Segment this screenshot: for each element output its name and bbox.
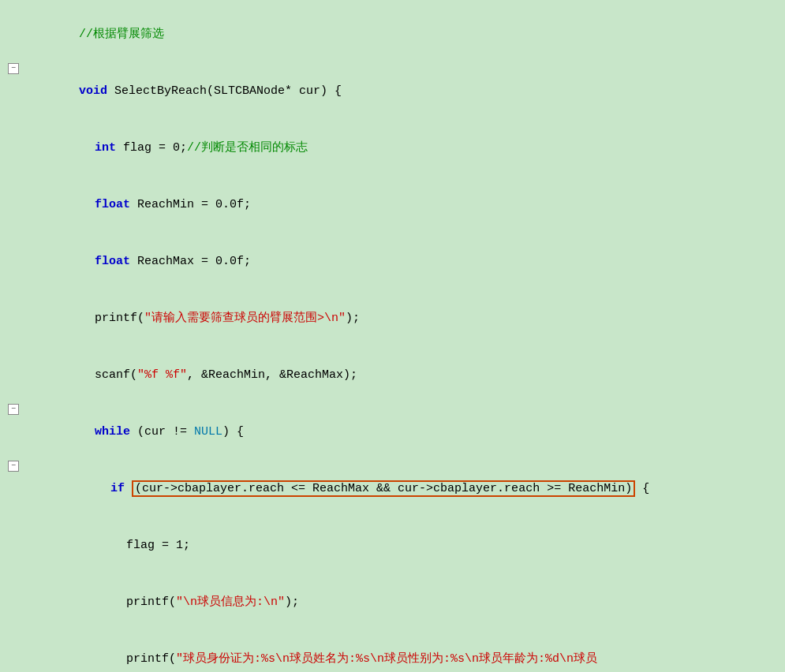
code-8: while (cur != NULL) { (36, 404, 777, 461)
code-7: scanf("%f %f", &ReachMin, &ReachMax); (36, 347, 777, 404)
code-5: float ReachMax = 0.0f; (36, 233, 777, 290)
line-2: − void SelectByReach(SLTCBANode* cur) { (8, 63, 777, 120)
collapse-btn-1[interactable]: − (8, 63, 19, 74)
code-1: //根据臂展筛选 (36, 6, 777, 63)
kw-while: while (95, 425, 130, 439)
code-2: void SelectByReach(SLTCBANode* cur) { (36, 63, 777, 120)
line-5: float ReachMax = 0.0f; (8, 233, 777, 290)
code-3: int flag = 0;//判断是否相同的标志 (36, 120, 777, 177)
line-7: scanf("%f %f", &ReachMin, &ReachMax); (8, 347, 777, 404)
line-4: float ReachMin = 0.0f; (8, 177, 777, 233)
code-10: flag = 1; (36, 517, 777, 574)
line-3: int flag = 0;//判断是否相同的标志 (8, 120, 777, 177)
code-11: printf("\n球员信息为:\n"); (36, 574, 777, 631)
line-12: printf("球员身份证为:%s\n球员姓名为:%s\n球员性别为:%s\n球… (8, 631, 777, 672)
line-1: //根据臂展筛选 (8, 6, 777, 63)
code-container: //根据臂展筛选 − void SelectByReach(SLTCBANode… (0, 0, 785, 672)
code-4: float ReachMin = 0.0f; (36, 177, 777, 233)
gutter-2: − (8, 63, 36, 74)
line-9: − if (cur->cbaplayer.reach <= ReachMax &… (8, 461, 777, 517)
collapse-btn-if[interactable]: − (8, 461, 19, 472)
code-9: if (cur->cbaplayer.reach <= ReachMax && … (36, 461, 777, 517)
collapse-btn-while[interactable]: − (8, 404, 19, 415)
gutter-8: − (8, 404, 36, 415)
code-12: printf("球员身份证为:%s\n球员姓名为:%s\n球员性别为:%s\n球… (36, 631, 777, 672)
code-6: printf("请输入需要筛查球员的臂展范围>\n"); (36, 290, 777, 347)
comment-1: //根据臂展筛选 (79, 28, 164, 41)
line-6: printf("请输入需要筛查球员的臂展范围>\n"); (8, 290, 777, 347)
kw-void: void (79, 84, 107, 98)
highlighted-condition: (cur->cbaplayer.reach <= ReachMax && cur… (132, 480, 635, 497)
line-10: flag = 1; (8, 517, 777, 574)
line-8: − while (cur != NULL) { (8, 404, 777, 461)
line-11: printf("\n球员信息为:\n"); (8, 574, 777, 631)
gutter-9: − (8, 461, 36, 472)
